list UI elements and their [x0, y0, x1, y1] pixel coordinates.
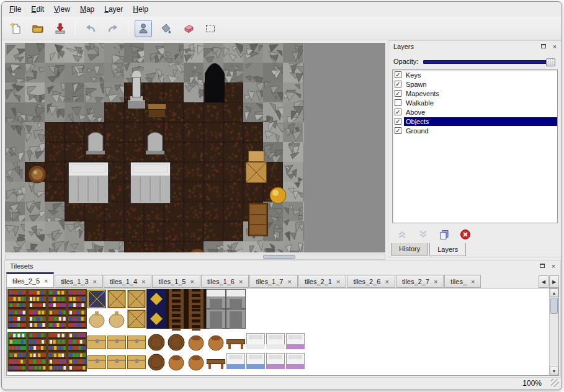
menu-edit[interactable]: Edit [26, 3, 49, 16]
layer-list[interactable]: ✓Keys✓Spawn✓MapeventsWalkable✓Above✓Obje… [392, 69, 558, 223]
menubar: FileEditViewMapLayerHelp [2, 2, 562, 17]
chevron-down-icon [418, 229, 429, 240]
layer-visibility-checkbox[interactable]: ✓ [395, 90, 401, 97]
toolbar-separator [75, 21, 76, 36]
close-dock-button[interactable]: × [550, 42, 559, 50]
duplicate-layer-button[interactable] [437, 227, 452, 242]
tab-close-icon[interactable]: × [336, 278, 340, 285]
tab-label: tiles_2_7 [402, 278, 429, 285]
scrollbar-thumb[interactable] [263, 255, 295, 259]
tab-close-icon[interactable]: × [44, 278, 48, 284]
paint-bucket-icon [159, 22, 172, 35]
eraser-icon [182, 22, 194, 35]
layer-visibility-checkbox[interactable]: ✓ [395, 109, 401, 115]
dock-tab-history[interactable]: History [391, 243, 428, 256]
opacity-label: Opacity: [393, 58, 418, 65]
tileset-tab-tiles_2_5[interactable]: tiles_2_5× [6, 272, 54, 288]
layer-visibility-checkbox[interactable]: ✓ [395, 71, 401, 78]
toolbar-separator [128, 21, 128, 36]
tab-close-icon[interactable]: × [239, 278, 243, 285]
tileset-vertical-scrollbar[interactable]: ▲ ▼ [549, 288, 558, 375]
resize-grip[interactable] [551, 379, 559, 387]
float-icon [541, 44, 546, 48]
layer-row-objects[interactable]: ✓Objects [393, 117, 557, 126]
tab-label: tiles_2_5 [12, 277, 40, 285]
tileset-tab-tiles_1_3[interactable]: tiles_1_3× [55, 275, 102, 288]
layer-row-mapevents[interactable]: ✓Mapevents [393, 89, 557, 98]
delete-icon [460, 229, 471, 240]
new-button[interactable] [7, 20, 24, 37]
opacity-row: Opacity: [393, 57, 557, 67]
layer-visibility-checkbox[interactable]: ✓ [395, 118, 401, 125]
float-dock-button[interactable] [538, 262, 547, 270]
tab-close-icon[interactable]: × [141, 278, 145, 285]
layer-row-walkable[interactable]: Walkable [393, 98, 557, 107]
layer-row-keys[interactable]: ✓Keys [393, 70, 557, 79]
float-icon [540, 264, 545, 268]
opacity-slider-thumb[interactable] [546, 58, 555, 66]
eraser-tool-button[interactable] [179, 20, 197, 37]
menu-help[interactable]: Help [128, 3, 153, 16]
layer-row-above[interactable]: ✓Above [393, 107, 557, 117]
layer-visibility-checkbox[interactable]: ✓ [395, 127, 401, 134]
statusbar: 100% [2, 377, 562, 390]
layer-visibility-checkbox[interactable] [395, 99, 401, 106]
right-dock-tabs: HistoryLayers [391, 243, 467, 257]
scroll-down-button[interactable]: ▼ [550, 367, 558, 375]
float-dock-button[interactable] [539, 42, 548, 50]
tileset-canvas[interactable] [7, 289, 339, 372]
menu-map[interactable]: Map [75, 3, 99, 16]
left-arrow-icon: ◀ [542, 279, 545, 285]
tileset-tab-tiles_2_1[interactable]: tiles_2_1× [298, 275, 346, 288]
menu-layer[interactable]: Layer [99, 3, 128, 16]
tab-close-icon[interactable]: × [190, 278, 194, 285]
map-horizontal-scrollbar[interactable] [5, 254, 385, 260]
place-entity-tool-button[interactable] [135, 20, 152, 37]
tileset-tab-tiles_2_7[interactable]: tiles_2_7× [396, 275, 444, 288]
tileset-tabbar: tiles_2_5×tiles_1_3×tiles_1_4×tiles_1_5×… [6, 272, 559, 288]
undo-button[interactable] [82, 20, 99, 37]
scroll-tabs-left-button[interactable]: ◀ [539, 275, 548, 288]
fill-tool-button[interactable] [157, 20, 174, 37]
tileset-tab-tiles_1_7[interactable]: tiles_1_7× [249, 275, 297, 288]
scroll-tabs-right-button[interactable]: ▶ [549, 275, 559, 288]
tab-label: tiles_1_6 [207, 278, 235, 285]
select-tool-button[interactable] [202, 20, 219, 37]
layer-visibility-checkbox[interactable]: ✓ [395, 81, 401, 87]
tab-scroll-buttons: ◀ ▶ [539, 275, 559, 288]
layer-toolbar [388, 226, 562, 243]
menu-file[interactable]: File [4, 3, 26, 16]
raise-layer-button[interactable] [395, 227, 410, 242]
tab-close-icon[interactable]: × [93, 278, 97, 285]
tileset-tab-tiles[interactable]: tiles_× [444, 275, 481, 288]
delete-layer-button[interactable] [458, 227, 473, 242]
map-canvas[interactable] [5, 43, 304, 252]
open-button[interactable] [29, 20, 47, 37]
layers-dock-title: Layers [388, 41, 562, 52]
save-button[interactable] [51, 20, 69, 37]
tilesets-dock-title: Tilesets [5, 261, 560, 272]
tileset-tab-tiles_1_5[interactable]: tiles_1_5× [152, 275, 200, 288]
menu-view[interactable]: View [49, 3, 75, 16]
tab-close-icon[interactable]: × [287, 278, 291, 285]
map-viewport[interactable] [5, 43, 385, 252]
tab-close-icon[interactable]: × [385, 278, 388, 285]
layer-row-ground[interactable]: ✓Ground [393, 126, 557, 135]
tab-label: tiles_ [450, 278, 467, 285]
scrollbar-thumb[interactable] [550, 298, 558, 314]
opacity-slider[interactable] [423, 60, 555, 64]
layer-name: Spawn [404, 80, 557, 89]
redo-button[interactable] [104, 20, 122, 37]
scroll-up-button[interactable]: ▲ [550, 288, 558, 297]
tileset-tab-tiles_2_6[interactable]: tiles_2_6× [347, 275, 395, 288]
tileset-tab-tiles_1_6[interactable]: tiles_1_6× [201, 275, 249, 288]
tileset-tab-tiles_1_4[interactable]: tiles_1_4× [104, 275, 151, 288]
layer-name: Above [404, 108, 557, 117]
tileset-content[interactable]: ▲ ▼ [6, 288, 559, 376]
dock-tab-layers[interactable]: Layers [429, 243, 466, 256]
lower-layer-button[interactable] [416, 227, 431, 242]
tab-close-icon[interactable]: × [471, 278, 475, 285]
layer-row-spawn[interactable]: ✓Spawn [393, 79, 557, 89]
tab-close-icon[interactable]: × [434, 278, 437, 285]
close-dock-button[interactable]: × [549, 262, 558, 270]
